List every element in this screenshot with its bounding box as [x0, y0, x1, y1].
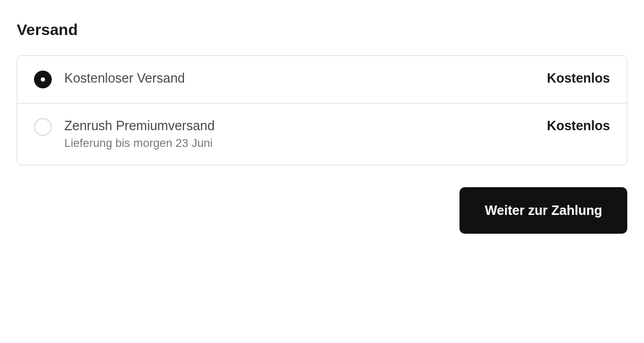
shipping-options-group: Kostenloser Versand Kostenlos Zenrush Pr…	[17, 55, 627, 165]
radio-unselected-icon[interactable]	[34, 118, 52, 136]
radio-selected-icon[interactable]	[34, 71, 52, 88]
shipping-option-price: Kostenlos	[547, 71, 610, 86]
shipping-option-text: Kostenloser Versand	[64, 71, 185, 86]
shipping-option-label: Zenrush Premiumversand	[64, 118, 215, 133]
shipping-option-premium[interactable]: Zenrush Premiumversand Lieferung bis mor…	[17, 103, 627, 165]
shipping-option-price: Kostenlos	[547, 118, 610, 133]
shipping-option-free[interactable]: Kostenloser Versand Kostenlos	[17, 56, 627, 103]
shipping-option-subtext: Lieferung bis morgen 23 Juni	[64, 136, 215, 150]
shipping-option-label: Kostenloser Versand	[64, 71, 185, 86]
shipping-option-body: Zenrush Premiumversand Lieferung bis mor…	[64, 118, 610, 150]
shipping-option-body: Kostenloser Versand Kostenlos	[64, 71, 610, 86]
shipping-option-text: Zenrush Premiumversand Lieferung bis mor…	[64, 118, 215, 150]
continue-to-payment-button[interactable]: Weiter zur Zahlung	[459, 187, 627, 234]
actions-row: Weiter zur Zahlung	[17, 187, 627, 234]
section-title: Versand	[17, 21, 627, 39]
